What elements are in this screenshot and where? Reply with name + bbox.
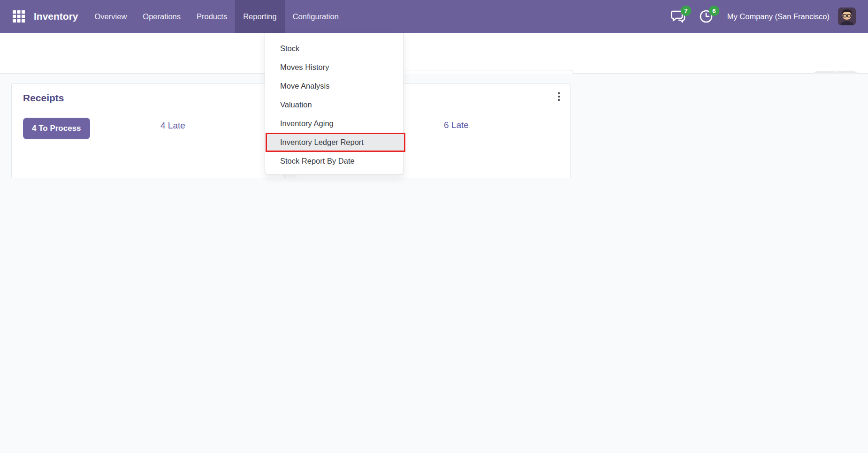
company-menu[interactable]: My Company (San Francisco) — [727, 12, 830, 21]
menu-item-reporting[interactable]: Reporting — [235, 0, 285, 33]
apps-menu-button[interactable] — [13, 10, 25, 23]
menu-item-configuration[interactable]: Configuration — [285, 0, 347, 33]
menu-item-valuation[interactable]: Valuation — [265, 95, 404, 114]
menu-item-operations[interactable]: Operations — [135, 0, 189, 33]
menu-item-moves-history[interactable]: Moves History — [265, 58, 404, 76]
navbar-left: Inventory Overview Operations Products R… — [0, 0, 347, 33]
card-menu-button[interactable] — [556, 91, 562, 103]
receipts-card-title: Receipts — [23, 92, 64, 104]
menu-item-overview[interactable]: Overview — [87, 0, 135, 33]
receipts-card: Receipts 4 To Process 4 Late — [11, 83, 285, 178]
reporting-dropdown-menu: Stock Moves History Move Analysis Valuat… — [265, 33, 404, 175]
user-avatar[interactable] — [838, 8, 856, 25]
menu-item-inventory-ledger-report[interactable]: Inventory Ledger Report — [265, 133, 404, 151]
menu-item-stock[interactable]: Stock — [265, 39, 404, 58]
app-menu: Overview Operations Products Reporting C… — [87, 0, 347, 33]
messages-button[interactable]: 7 — [671, 8, 687, 24]
control-panel: Inventory Overview 1-2 / 2 — [0, 33, 868, 74]
activities-badge: 6 — [709, 6, 719, 16]
menu-item-products[interactable]: Products — [189, 0, 235, 33]
messages-badge: 7 — [681, 6, 691, 16]
menu-item-inventory-aging[interactable]: Inventory Aging — [265, 114, 404, 133]
app-name[interactable]: Inventory — [34, 11, 78, 22]
menu-item-move-analysis[interactable]: Move Analysis — [265, 76, 404, 95]
activities-button[interactable]: 6 — [699, 8, 715, 24]
to-process-button[interactable]: 4 To Process — [23, 118, 90, 139]
main-content: Receipts 4 To Process 4 Late 6 Late — [0, 74, 868, 453]
top-navbar: Inventory Overview Operations Products R… — [0, 0, 868, 33]
navbar-right: 7 6 My Company (San Francisco) — [659, 0, 868, 33]
apps-grid-icon — [13, 10, 25, 23]
second-card-late-link[interactable]: 6 Late — [444, 120, 469, 130]
menu-item-stock-report-by-date[interactable]: Stock Report By Date — [265, 151, 404, 170]
receipts-late-link[interactable]: 4 Late — [160, 121, 185, 131]
kebab-icon — [558, 92, 560, 94]
